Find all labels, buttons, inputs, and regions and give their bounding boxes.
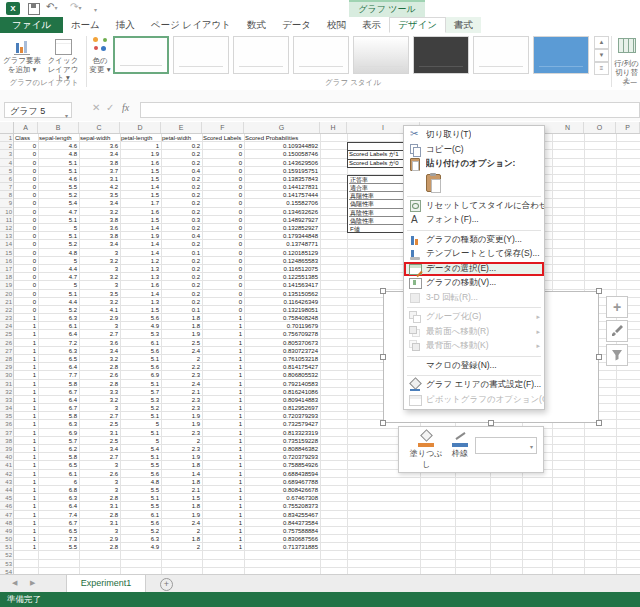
data-cell[interactable]: 2.4	[161, 347, 202, 355]
data-cell[interactable]: 6.5	[38, 461, 79, 469]
sheet-nav-left-icon[interactable]: ◀	[12, 579, 17, 587]
data-cell[interactable]: 0.132852927	[244, 224, 320, 232]
data-cell[interactable]: 6.8	[38, 486, 79, 494]
data-cell[interactable]: 3.5	[79, 290, 120, 298]
change-colors-button[interactable]: 色の変更 ▾	[88, 35, 112, 74]
data-cell[interactable]: 0	[202, 265, 244, 273]
data-cell[interactable]: 0.13748771	[244, 240, 320, 248]
data-cell[interactable]: 1	[14, 404, 38, 412]
data-cell[interactable]: 3.1	[79, 175, 120, 183]
row-header-46[interactable]: 46	[0, 502, 12, 510]
data-cell[interactable]: 0.67467308	[244, 494, 320, 502]
data-cell[interactable]: 2.5	[79, 437, 120, 445]
row-header-45[interactable]: 45	[0, 494, 12, 502]
data-cell[interactable]: 5.5	[120, 461, 161, 469]
data-cell[interactable]: 5.1	[38, 216, 79, 224]
data-cell[interactable]: 3.6	[79, 142, 120, 150]
quick-layout-button[interactable]: クイックレイアウト ▾	[44, 35, 82, 83]
row-header-8[interactable]: 8	[0, 191, 12, 199]
data-cell[interactable]: 0.2	[161, 191, 202, 199]
tab-校閲[interactable]: 校閲	[319, 17, 354, 33]
data-cell[interactable]: 2.3	[161, 429, 202, 437]
data-cell[interactable]: 4.4	[38, 298, 79, 306]
data-cell[interactable]: 3	[79, 478, 120, 486]
data-cell[interactable]: 6.7	[38, 519, 79, 527]
gallery-scroll-up[interactable]: ▲	[594, 36, 609, 49]
data-cell[interactable]: 6.1	[120, 339, 161, 347]
data-cell[interactable]: 1.2	[120, 257, 161, 265]
data-cell[interactable]: 2	[161, 543, 202, 551]
data-cell[interactable]: 0	[14, 208, 38, 216]
data-cell[interactable]: 1	[202, 404, 244, 412]
data-cell[interactable]: 0.159195751	[244, 167, 320, 175]
data-cell[interactable]: 1	[202, 486, 244, 494]
data-cell[interactable]: 1	[202, 502, 244, 510]
data-cell[interactable]: 1.8	[161, 478, 202, 486]
data-cell[interactable]: 0.761053218	[244, 355, 320, 363]
data-cell[interactable]: 3.2	[79, 273, 120, 281]
data-cell[interactable]: 0.830723724	[244, 347, 320, 355]
data-cell[interactable]: 0.138357843	[244, 175, 320, 183]
insert-function-icon[interactable]: fx	[122, 102, 129, 113]
chart-selection-handle[interactable]	[596, 354, 602, 360]
data-cell[interactable]: 5.5	[120, 502, 161, 510]
data-cell[interactable]: 0	[202, 240, 244, 248]
column-header-F[interactable]: F	[202, 122, 244, 133]
data-cell[interactable]: 5.1	[38, 232, 79, 240]
data-cell[interactable]: 1	[202, 363, 244, 371]
menu-item-ctype[interactable]: グラフの種類の変更(Y)...	[404, 233, 544, 248]
data-cell[interactable]: 0.844373584	[244, 519, 320, 527]
data-cell[interactable]: 3.8	[79, 159, 120, 167]
data-cell[interactable]: 6.3	[38, 420, 79, 428]
data-cell[interactable]: 0.806805532	[244, 371, 320, 379]
data-cell[interactable]: 0.150058746	[244, 150, 320, 158]
chart-elements-button[interactable]: +	[606, 296, 628, 318]
data-cell[interactable]: 1	[14, 388, 38, 396]
data-cell[interactable]: 3.6	[79, 339, 120, 347]
data-cell[interactable]: 0.132198051	[244, 306, 320, 314]
data-cell[interactable]: 7.3	[38, 535, 79, 543]
data-cell[interactable]: 0.120185129	[244, 249, 320, 257]
data-cell[interactable]: 0.2	[161, 183, 202, 191]
data-cell[interactable]: 1	[202, 339, 244, 347]
data-cell[interactable]: 1.4	[120, 240, 161, 248]
row-header-22[interactable]: 22	[0, 306, 12, 314]
data-cell[interactable]: 1	[14, 478, 38, 486]
data-cell[interactable]: 0	[14, 175, 38, 183]
row-header-33[interactable]: 33	[0, 396, 12, 404]
chart-selection-handle[interactable]	[596, 288, 602, 294]
data-cell[interactable]: 5.3	[120, 396, 161, 404]
data-cell[interactable]: 1	[14, 543, 38, 551]
data-cell[interactable]: 1	[202, 453, 244, 461]
data-cell[interactable]: 3	[79, 249, 120, 257]
gallery-more-button[interactable]: ≡	[594, 62, 609, 75]
data-cell[interactable]: 5	[38, 257, 79, 265]
data-cell[interactable]: 6.3	[38, 347, 79, 355]
data-cell[interactable]: 0	[202, 298, 244, 306]
column-header-E[interactable]: E	[161, 122, 202, 133]
data-cell[interactable]: 6.3	[38, 314, 79, 322]
data-cell[interactable]: 1	[202, 388, 244, 396]
data-cell[interactable]: 1	[14, 396, 38, 404]
data-cell[interactable]: 6.3	[38, 494, 79, 502]
data-cell[interactable]: 4.4	[38, 265, 79, 273]
data-cell[interactable]: 5.2	[120, 527, 161, 535]
data-cell[interactable]: 0	[14, 216, 38, 224]
data-cell[interactable]: 1	[14, 519, 38, 527]
data-cell[interactable]: 0.812952697	[244, 404, 320, 412]
data-cell[interactable]: 1.5	[120, 167, 161, 175]
row-header-43[interactable]: 43	[0, 478, 12, 486]
data-cell[interactable]: 3.2	[79, 355, 120, 363]
chart-selection-handle[interactable]	[380, 354, 386, 360]
tab-挿入[interactable]: 挿入	[108, 17, 143, 33]
menu-item-font[interactable]: フォント(F)...	[404, 213, 544, 228]
data-cell[interactable]: 3.8	[79, 232, 120, 240]
chart-filter-button[interactable]	[606, 344, 628, 366]
data-cell[interactable]: 0.814175427	[244, 363, 320, 371]
data-cell[interactable]: 1	[202, 314, 244, 322]
data-cell[interactable]: 0.2	[161, 142, 202, 150]
data-cell[interactable]: 1.6	[120, 281, 161, 289]
data-cell[interactable]: 1.8	[161, 314, 202, 322]
data-cell[interactable]: 0.3	[161, 216, 202, 224]
data-cell[interactable]: 1	[202, 470, 244, 478]
